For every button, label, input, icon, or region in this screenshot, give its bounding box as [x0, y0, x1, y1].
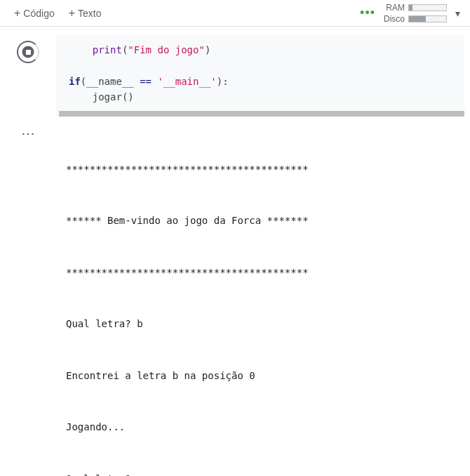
- ram-label: RAM: [386, 3, 405, 13]
- code-cell: print("Fim do jogo") if(__name__ == '__m…: [0, 35, 470, 117]
- output-line: Encontrei a letra b na posição 0: [66, 367, 460, 385]
- add-text-button[interactable]: + Texto: [62, 5, 109, 22]
- cell-gutter: [0, 35, 56, 117]
- connection-status-icon[interactable]: •••: [360, 6, 375, 20]
- resource-indicator[interactable]: RAM Disco: [384, 3, 447, 24]
- plus-icon: +: [14, 8, 20, 19]
- output-menu-icon[interactable]: ⋯: [21, 126, 36, 476]
- add-code-label: Código: [23, 8, 54, 19]
- output-line: Qual letra? b: [66, 315, 460, 333]
- ram-meter-fill: [409, 5, 412, 11]
- output-cell: ⋯ **************************************…: [0, 119, 470, 476]
- output-gutter: ⋯: [0, 119, 56, 476]
- ram-meter: [408, 4, 447, 11]
- add-code-button[interactable]: + Código: [7, 5, 62, 22]
- chevron-down-icon[interactable]: ▾: [452, 8, 463, 19]
- code-editor[interactable]: print("Fim do jogo") if(__name__ == '__m…: [56, 35, 464, 117]
- add-text-label: Texto: [78, 8, 101, 19]
- output-line: ****************************************…: [66, 161, 460, 178]
- plus-icon: +: [69, 8, 75, 19]
- output-area: ****************************************…: [56, 119, 470, 476]
- toolbar: + Código + Texto ••• RAM Disco ▾: [0, 0, 470, 27]
- toolbar-right: ••• RAM Disco ▾: [360, 3, 463, 24]
- disk-label: Disco: [384, 14, 405, 24]
- disk-meter: [408, 15, 447, 22]
- disk-meter-fill: [409, 16, 426, 22]
- output-line: Jogando...: [66, 418, 460, 436]
- output-line: Qual letra? a: [66, 470, 460, 476]
- stop-execution-button[interactable]: [17, 41, 39, 63]
- output-line: ****************************************…: [66, 264, 460, 282]
- output-line: ****** Bem-vindo ao jogo da Forca ******…: [66, 212, 460, 230]
- horizontal-scrollbar[interactable]: [59, 111, 464, 117]
- stop-icon: [22, 46, 34, 58]
